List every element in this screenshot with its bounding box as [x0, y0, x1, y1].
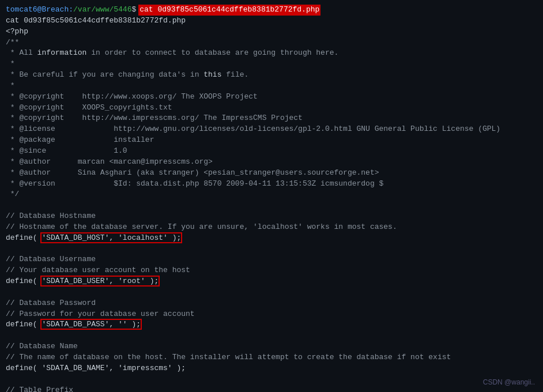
comment-line: * @version $Id: sdata.dist.php 8570 2009… [6, 179, 537, 190]
comment-line: * @author Sina Asghari (aka stranger) <p… [6, 168, 537, 179]
db-password-comment1: // Database Password [6, 298, 537, 309]
comment-line: * @since 1.0 [6, 146, 537, 157]
command-highlight: cat 0d93f85c5061c44cdffeb8381b2772fd.php [138, 5, 320, 16]
db-name-comment1: // Database Name [6, 341, 537, 352]
blank-line [6, 287, 537, 298]
db-username-comment1: // Database Username [6, 254, 537, 265]
watermark: CSDN @wangii.. [483, 378, 535, 386]
cmd-echo-line: cat 0d93f85c5061c44cdffeb8381b2772fd.php [6, 16, 537, 27]
blank-line [6, 374, 537, 385]
comment-line: * @package installer [6, 135, 537, 146]
comment-line: * @license http://www.gnu.org/licenses/o… [6, 124, 537, 135]
blank-line [6, 330, 537, 341]
prompt-line: tomcat6@Breach:/var/www/5446$cat 0d93f85… [6, 5, 537, 16]
prompt-dollar: $ [131, 5, 136, 16]
comment-line: * @copyright XOOPS_copyrights.txt [6, 103, 537, 114]
define-db-user: define( 'SDATA_DB_USER', 'root' ); [6, 276, 537, 287]
comment-line: * @author marcan <marcan@impresscms.org> [6, 157, 537, 168]
comment-line: * All information in order to connect to… [6, 48, 537, 59]
blank-line [6, 244, 537, 255]
php-open-tag: <?php [6, 27, 537, 37]
comment-line: * Be careful if you are changing data's … [6, 70, 537, 81]
comment-line: * [6, 59, 537, 70]
comment-line: * @copyright http://www.impresscms.org/ … [6, 113, 537, 124]
db-hostname-comment2: // Hostname of the database server. If y… [6, 222, 537, 233]
define-db-pass: define( 'SDATA_DB_PASS', '' ); [6, 319, 537, 330]
define-db-name: define( 'SDATA_DB_NAME', 'impresscms' ); [6, 363, 537, 374]
define-db-host: define( 'SDATA_DB_HOST', 'localhost' ); [6, 233, 537, 244]
terminal-window: tomcat6@Breach:/var/www/5446$cat 0d93f85… [0, 0, 543, 392]
comment-line: * [6, 81, 537, 92]
db-password-comment2: // Password for your database user accou… [6, 309, 537, 320]
db-username-comment2: // Your database user account on the hos… [6, 265, 537, 276]
db-hostname-comment1: // Database Hostname [6, 211, 537, 222]
table-prefix-comment1: // Table Prefix [6, 385, 537, 392]
prompt-path: /var/www/5446 [73, 5, 131, 16]
prompt-user: tomcat6@Breach: [6, 5, 73, 16]
blank-line [6, 200, 537, 211]
comment-line: * @copyright http://www.xoops.org/ The X… [6, 92, 537, 103]
comment-line: */ [6, 189, 537, 200]
db-name-comment2: // The name of database on the host. The… [6, 352, 537, 363]
comment-line: /** [6, 37, 537, 48]
